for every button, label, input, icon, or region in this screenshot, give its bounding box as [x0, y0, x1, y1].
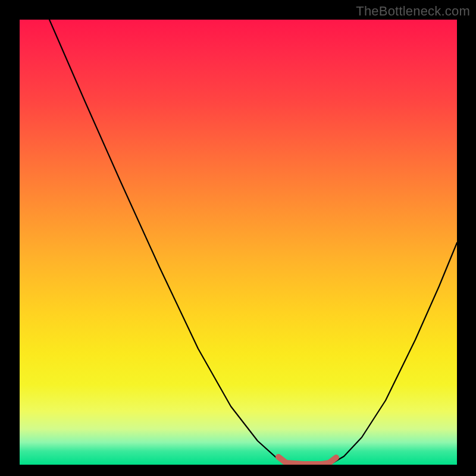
chart-canvas: TheBottleneck.com: [0, 0, 476, 476]
curve-svg: [20, 20, 457, 465]
plot-area: [20, 20, 457, 465]
bottleneck-curve: [49, 20, 457, 464]
watermark-label: TheBottleneck.com: [356, 4, 470, 19]
valley-highlight: [278, 457, 336, 464]
